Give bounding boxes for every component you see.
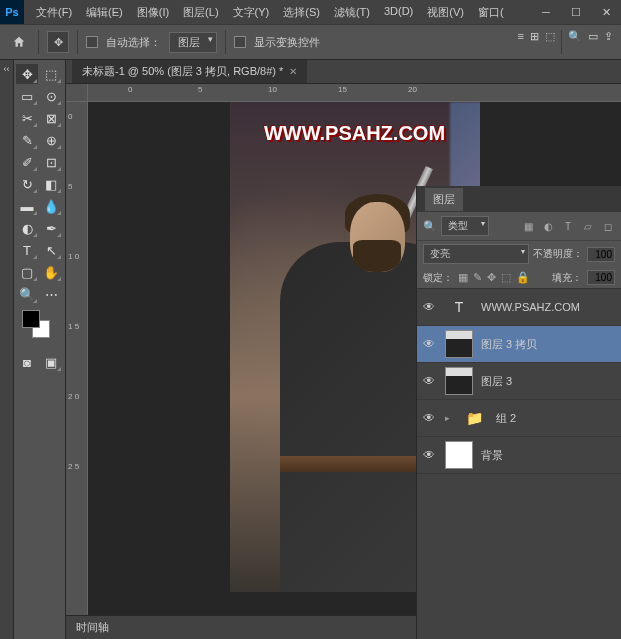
visibility-icon[interactable]: 👁 bbox=[423, 448, 437, 462]
move-tool[interactable]: ✥ bbox=[16, 64, 38, 84]
filter-adjust-icon[interactable]: ◐ bbox=[541, 221, 555, 232]
menu-3d[interactable]: 3D(D) bbox=[378, 2, 419, 23]
lock-artboard-icon[interactable]: ⬚ bbox=[501, 271, 511, 284]
opacity-input[interactable] bbox=[587, 247, 615, 262]
layer-item[interactable]: 👁 ▸ 📁 组 2 bbox=[417, 400, 621, 437]
horizontal-ruler[interactable]: 05101520 bbox=[88, 84, 621, 102]
layer-name[interactable]: 图层 3 bbox=[481, 374, 512, 389]
layer-thumbnail[interactable] bbox=[445, 367, 473, 395]
color-swatches[interactable] bbox=[16, 310, 63, 344]
layer-name[interactable]: 图层 3 拷贝 bbox=[481, 337, 537, 352]
filter-shape-icon[interactable]: ▱ bbox=[581, 221, 595, 232]
visibility-icon[interactable]: 👁 bbox=[423, 411, 437, 425]
lock-label: 锁定： bbox=[423, 271, 453, 285]
brush-tool[interactable]: ✐ bbox=[16, 152, 38, 172]
layer-item[interactable]: 👁 图层 3 bbox=[417, 363, 621, 400]
history-brush-tool[interactable]: ↻ bbox=[16, 174, 38, 194]
auto-select-label: 自动选择： bbox=[106, 35, 161, 50]
layer-filter-dropdown[interactable]: 类型 bbox=[441, 216, 489, 236]
gradient-tool[interactable]: ▬ bbox=[16, 196, 38, 216]
path-tool[interactable]: ↖ bbox=[40, 240, 62, 260]
move-tool-icon[interactable]: ✥ bbox=[47, 31, 69, 53]
distribute-icon[interactable]: ⊞ bbox=[530, 30, 539, 54]
layer-name[interactable]: WWW.PSAHZ.COM bbox=[481, 301, 580, 313]
blend-mode-dropdown[interactable]: 变亮 bbox=[423, 244, 529, 264]
align-icon[interactable]: ≡ bbox=[518, 30, 524, 54]
menu-type[interactable]: 文字(Y) bbox=[227, 2, 276, 23]
window-controls: ─ ☐ ✕ bbox=[531, 0, 621, 24]
healing-tool[interactable]: ⊕ bbox=[40, 130, 62, 150]
close-button[interactable]: ✕ bbox=[591, 0, 621, 24]
layer-thumbnail[interactable] bbox=[445, 441, 473, 469]
lock-position-icon[interactable]: ✎ bbox=[473, 271, 482, 284]
filter-pixel-icon[interactable]: ▦ bbox=[521, 221, 535, 232]
menu-window[interactable]: 窗口( bbox=[472, 2, 510, 23]
document-tab[interactable]: 未标题-1 @ 50% (图层 3 拷贝, RGB/8#) * ✕ bbox=[72, 60, 307, 83]
ruler-origin[interactable] bbox=[66, 84, 88, 102]
menu-filter[interactable]: 滤镜(T) bbox=[328, 2, 376, 23]
layers-panel: 图层 🔍 类型 ▦ ◐ T ▱ ◻ 变亮 不透明度： 锁定： ▦ ✎ ✥ ⬚ 🔒 bbox=[416, 186, 621, 639]
shape-tool[interactable]: ▢ bbox=[16, 262, 38, 282]
filter-type-icon[interactable]: T bbox=[561, 221, 575, 232]
toolbar-collapse[interactable]: ‹‹ bbox=[0, 60, 14, 639]
menu-edit[interactable]: 编辑(E) bbox=[80, 2, 129, 23]
menu-layer[interactable]: 图层(L) bbox=[177, 2, 224, 23]
stamp-tool[interactable]: ⊡ bbox=[40, 152, 62, 172]
layer-item[interactable]: 👁 T WWW.PSAHZ.COM bbox=[417, 289, 621, 326]
share-icon[interactable]: ⇪ bbox=[604, 30, 613, 54]
layers-tab[interactable]: 图层 bbox=[425, 188, 463, 211]
lock-all-icon[interactable]: 🔒 bbox=[516, 271, 530, 284]
vertical-ruler[interactable]: 051 01 52 02 5 bbox=[66, 102, 88, 617]
search-icon[interactable]: 🔍 bbox=[568, 30, 582, 54]
lock-move-icon[interactable]: ✥ bbox=[487, 271, 496, 284]
fill-input[interactable] bbox=[587, 270, 615, 285]
foreground-color[interactable] bbox=[22, 310, 40, 328]
close-tab-icon[interactable]: ✕ bbox=[289, 66, 297, 77]
visibility-icon[interactable]: 👁 bbox=[423, 337, 437, 351]
folder-icon: 📁 bbox=[460, 404, 488, 432]
workspace-icon[interactable]: ▭ bbox=[588, 30, 598, 54]
home-icon[interactable] bbox=[8, 31, 30, 53]
eraser-tool[interactable]: ◧ bbox=[40, 174, 62, 194]
menu-select[interactable]: 选择(S) bbox=[277, 2, 326, 23]
zoom-tool[interactable]: 🔍 bbox=[16, 284, 38, 304]
menu-file[interactable]: 文件(F) bbox=[30, 2, 78, 23]
quickmask-tool[interactable]: ◙ bbox=[16, 352, 38, 372]
menu-image[interactable]: 图像(I) bbox=[131, 2, 175, 23]
layer-name[interactable]: 组 2 bbox=[496, 411, 516, 426]
menu-view[interactable]: 视图(V) bbox=[421, 2, 470, 23]
visibility-icon[interactable]: 👁 bbox=[423, 300, 437, 314]
maximize-button[interactable]: ☐ bbox=[561, 0, 591, 24]
filter-smart-icon[interactable]: ◻ bbox=[601, 221, 615, 232]
3d-mode-icon[interactable]: ⬚ bbox=[545, 30, 555, 54]
visibility-icon[interactable]: 👁 bbox=[423, 374, 437, 388]
auto-select-dropdown[interactable]: 图层 bbox=[169, 32, 217, 53]
eyedropper-tool[interactable]: ✎ bbox=[16, 130, 38, 150]
artboard-tool[interactable]: ⬚ bbox=[40, 64, 62, 84]
layer-name[interactable]: 背景 bbox=[481, 448, 503, 463]
hand-tool[interactable]: ✋ bbox=[40, 262, 62, 282]
minimize-button[interactable]: ─ bbox=[531, 0, 561, 24]
document-title: 未标题-1 @ 50% (图层 3 拷贝, RGB/8#) * bbox=[82, 64, 283, 79]
crop-tool[interactable]: ✂ bbox=[16, 108, 38, 128]
lasso-tool[interactable]: ⊙ bbox=[40, 86, 62, 106]
layer-item[interactable]: 👁 图层 3 拷贝 bbox=[417, 326, 621, 363]
layer-item[interactable]: 👁 背景 bbox=[417, 437, 621, 474]
show-transform-checkbox[interactable] bbox=[234, 36, 246, 48]
workspace: ‹‹ ✥⬚ ▭⊙ ✂⊠ ✎⊕ ✐⊡ ↻◧ ▬💧 ◐✒ T↖ ▢✋ 🔍⋯ ◙▣ 未… bbox=[0, 60, 621, 639]
edit-toolbar[interactable]: ⋯ bbox=[40, 284, 62, 304]
marquee-tool[interactable]: ▭ bbox=[16, 86, 38, 106]
pen-tool[interactable]: ✒ bbox=[40, 218, 62, 238]
auto-select-checkbox[interactable] bbox=[86, 36, 98, 48]
blur-tool[interactable]: 💧 bbox=[40, 196, 62, 216]
dodge-tool[interactable]: ◐ bbox=[16, 218, 38, 238]
timeline-panel-tab[interactable]: 时间轴 bbox=[66, 615, 416, 639]
expand-icon[interactable]: ▸ bbox=[445, 413, 450, 423]
screenmode-tool[interactable]: ▣ bbox=[40, 352, 62, 372]
lock-pixels-icon[interactable]: ▦ bbox=[458, 271, 468, 284]
document-tabs: 未标题-1 @ 50% (图层 3 拷贝, RGB/8#) * ✕ bbox=[66, 60, 621, 84]
frame-tool[interactable]: ⊠ bbox=[40, 108, 62, 128]
text-layer-icon: T bbox=[445, 293, 473, 321]
layer-thumbnail[interactable] bbox=[445, 330, 473, 358]
type-tool[interactable]: T bbox=[16, 240, 38, 260]
